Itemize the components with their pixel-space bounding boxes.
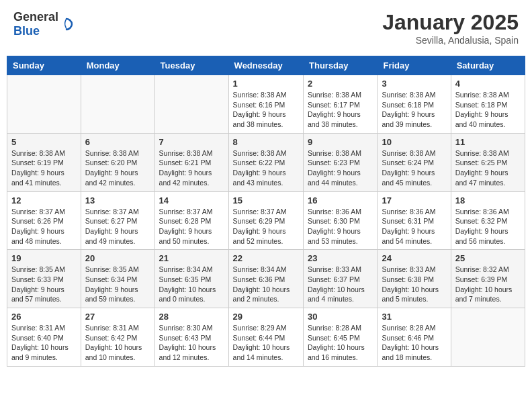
day-number: 30 bbox=[308, 312, 373, 322]
day-cell-11: 11Sunrise: 8:38 AM Sunset: 6:25 PM Dayli… bbox=[451, 133, 525, 191]
weekday-header-wednesday: Wednesday bbox=[228, 56, 303, 75]
empty-cell bbox=[154, 75, 228, 134]
logo-text: General Blue bbox=[13, 10, 58, 38]
day-cell-25: 25Sunrise: 8:32 AM Sunset: 6:39 PM Dayli… bbox=[451, 250, 525, 308]
day-cell-10: 10Sunrise: 8:38 AM Sunset: 6:24 PM Dayli… bbox=[378, 133, 451, 191]
day-info: Sunrise: 8:37 AM Sunset: 6:29 PM Dayligh… bbox=[233, 207, 299, 246]
day-number: 9 bbox=[308, 137, 373, 147]
month-title: January 2025 bbox=[382, 10, 519, 35]
day-number: 26 bbox=[11, 312, 77, 322]
day-cell-8: 8Sunrise: 8:38 AM Sunset: 6:22 PM Daylig… bbox=[228, 133, 303, 191]
day-info: Sunrise: 8:37 AM Sunset: 6:26 PM Dayligh… bbox=[11, 207, 77, 246]
day-cell-6: 6Sunrise: 8:38 AM Sunset: 6:20 PM Daylig… bbox=[81, 133, 154, 191]
day-info: Sunrise: 8:38 AM Sunset: 6:24 PM Dayligh… bbox=[382, 148, 446, 188]
day-info: Sunrise: 8:38 AM Sunset: 6:23 PM Dayligh… bbox=[308, 148, 373, 188]
empty-cell bbox=[451, 308, 525, 367]
day-cell-30: 30Sunrise: 8:28 AM Sunset: 6:45 PM Dayli… bbox=[304, 308, 378, 367]
logo-blue: Blue bbox=[13, 24, 40, 38]
logo-general: General bbox=[13, 10, 58, 24]
day-info: Sunrise: 8:31 AM Sunset: 6:40 PM Dayligh… bbox=[11, 323, 77, 363]
day-info: Sunrise: 8:31 AM Sunset: 6:42 PM Dayligh… bbox=[85, 323, 150, 363]
day-number: 7 bbox=[159, 137, 224, 147]
day-cell-31: 31Sunrise: 8:28 AM Sunset: 6:46 PM Dayli… bbox=[378, 308, 451, 367]
day-cell-1: 1Sunrise: 8:38 AM Sunset: 6:16 PM Daylig… bbox=[228, 75, 303, 134]
weekday-header-friday: Friday bbox=[378, 56, 451, 75]
week-row-2: 5Sunrise: 8:38 AM Sunset: 6:19 PM Daylig… bbox=[7, 133, 525, 191]
day-cell-24: 24Sunrise: 8:33 AM Sunset: 6:38 PM Dayli… bbox=[378, 250, 451, 308]
day-number: 13 bbox=[85, 195, 150, 205]
day-number: 25 bbox=[455, 253, 521, 263]
day-cell-21: 21Sunrise: 8:34 AM Sunset: 6:35 PM Dayli… bbox=[154, 250, 228, 308]
day-cell-20: 20Sunrise: 8:35 AM Sunset: 6:34 PM Dayli… bbox=[81, 250, 154, 308]
calendar-table: SundayMondayTuesdayWednesdayThursdayFrid… bbox=[7, 56, 525, 367]
day-number: 12 bbox=[11, 195, 77, 205]
week-row-5: 26Sunrise: 8:31 AM Sunset: 6:40 PM Dayli… bbox=[7, 308, 525, 367]
day-info: Sunrise: 8:34 AM Sunset: 6:36 PM Dayligh… bbox=[233, 265, 299, 304]
day-number: 2 bbox=[308, 79, 373, 89]
day-cell-12: 12Sunrise: 8:37 AM Sunset: 6:26 PM Dayli… bbox=[7, 191, 81, 250]
day-number: 3 bbox=[382, 79, 446, 89]
logo: General Blue bbox=[13, 10, 73, 38]
day-info: Sunrise: 8:32 AM Sunset: 6:39 PM Dayligh… bbox=[455, 265, 521, 304]
day-info: Sunrise: 8:29 AM Sunset: 6:44 PM Dayligh… bbox=[233, 323, 299, 363]
page-header: General Blue January 2025 Sevilla, Andal… bbox=[7, 7, 525, 49]
day-number: 15 bbox=[233, 195, 299, 205]
week-row-4: 19Sunrise: 8:35 AM Sunset: 6:33 PM Dayli… bbox=[7, 250, 525, 308]
day-info: Sunrise: 8:38 AM Sunset: 6:18 PM Dayligh… bbox=[382, 90, 446, 130]
weekday-header-sunday: Sunday bbox=[7, 56, 81, 75]
day-cell-15: 15Sunrise: 8:37 AM Sunset: 6:29 PM Dayli… bbox=[228, 191, 303, 250]
day-number: 22 bbox=[233, 253, 299, 263]
day-cell-27: 27Sunrise: 8:31 AM Sunset: 6:42 PM Dayli… bbox=[81, 308, 154, 367]
day-number: 23 bbox=[308, 253, 373, 263]
week-row-3: 12Sunrise: 8:37 AM Sunset: 6:26 PM Dayli… bbox=[7, 191, 525, 250]
day-number: 14 bbox=[159, 195, 224, 205]
day-info: Sunrise: 8:38 AM Sunset: 6:18 PM Dayligh… bbox=[455, 90, 521, 130]
day-number: 17 bbox=[382, 195, 446, 205]
day-cell-29: 29Sunrise: 8:29 AM Sunset: 6:44 PM Dayli… bbox=[228, 308, 303, 367]
day-info: Sunrise: 8:38 AM Sunset: 6:21 PM Dayligh… bbox=[159, 148, 224, 188]
day-info: Sunrise: 8:35 AM Sunset: 6:34 PM Dayligh… bbox=[85, 265, 150, 304]
day-number: 5 bbox=[11, 137, 77, 147]
day-cell-13: 13Sunrise: 8:37 AM Sunset: 6:27 PM Dayli… bbox=[81, 191, 154, 250]
day-info: Sunrise: 8:35 AM Sunset: 6:33 PM Dayligh… bbox=[11, 265, 77, 304]
day-cell-23: 23Sunrise: 8:33 AM Sunset: 6:37 PM Dayli… bbox=[304, 250, 378, 308]
day-cell-3: 3Sunrise: 8:38 AM Sunset: 6:18 PM Daylig… bbox=[378, 75, 451, 134]
empty-cell bbox=[7, 75, 81, 134]
weekday-header-tuesday: Tuesday bbox=[154, 56, 228, 75]
day-info: Sunrise: 8:38 AM Sunset: 6:22 PM Dayligh… bbox=[233, 148, 299, 188]
day-cell-16: 16Sunrise: 8:36 AM Sunset: 6:30 PM Dayli… bbox=[304, 191, 378, 250]
day-cell-22: 22Sunrise: 8:34 AM Sunset: 6:36 PM Dayli… bbox=[228, 250, 303, 308]
day-cell-2: 2Sunrise: 8:38 AM Sunset: 6:17 PM Daylig… bbox=[304, 75, 378, 134]
day-number: 18 bbox=[455, 195, 521, 205]
day-number: 6 bbox=[85, 137, 150, 147]
title-section: January 2025 Sevilla, Andalusia, Spain bbox=[382, 10, 519, 46]
day-info: Sunrise: 8:38 AM Sunset: 6:16 PM Dayligh… bbox=[233, 90, 299, 130]
empty-cell bbox=[81, 75, 154, 134]
location-subtitle: Sevilla, Andalusia, Spain bbox=[382, 35, 519, 46]
day-info: Sunrise: 8:37 AM Sunset: 6:27 PM Dayligh… bbox=[85, 207, 150, 246]
weekday-header-saturday: Saturday bbox=[451, 56, 525, 75]
weekday-header-thursday: Thursday bbox=[304, 56, 378, 75]
day-cell-14: 14Sunrise: 8:37 AM Sunset: 6:28 PM Dayli… bbox=[154, 191, 228, 250]
day-number: 19 bbox=[11, 253, 77, 263]
day-number: 20 bbox=[85, 253, 150, 263]
day-number: 31 bbox=[382, 312, 446, 322]
day-cell-9: 9Sunrise: 8:38 AM Sunset: 6:23 PM Daylig… bbox=[304, 133, 378, 191]
day-number: 24 bbox=[382, 253, 446, 263]
day-cell-17: 17Sunrise: 8:36 AM Sunset: 6:31 PM Dayli… bbox=[378, 191, 451, 250]
day-info: Sunrise: 8:36 AM Sunset: 6:30 PM Dayligh… bbox=[308, 207, 373, 246]
day-info: Sunrise: 8:34 AM Sunset: 6:35 PM Dayligh… bbox=[159, 265, 224, 304]
week-row-1: 1Sunrise: 8:38 AM Sunset: 6:16 PM Daylig… bbox=[7, 75, 525, 134]
day-number: 28 bbox=[159, 312, 224, 322]
day-info: Sunrise: 8:38 AM Sunset: 6:17 PM Dayligh… bbox=[308, 90, 373, 130]
day-number: 21 bbox=[159, 253, 224, 263]
day-cell-26: 26Sunrise: 8:31 AM Sunset: 6:40 PM Dayli… bbox=[7, 308, 81, 367]
day-cell-19: 19Sunrise: 8:35 AM Sunset: 6:33 PM Dayli… bbox=[7, 250, 81, 308]
day-number: 16 bbox=[308, 195, 373, 205]
day-number: 10 bbox=[382, 137, 446, 147]
day-info: Sunrise: 8:38 AM Sunset: 6:20 PM Dayligh… bbox=[85, 148, 150, 188]
day-cell-5: 5Sunrise: 8:38 AM Sunset: 6:19 PM Daylig… bbox=[7, 133, 81, 191]
weekday-header-monday: Monday bbox=[81, 56, 154, 75]
day-cell-28: 28Sunrise: 8:30 AM Sunset: 6:43 PM Dayli… bbox=[154, 308, 228, 367]
day-info: Sunrise: 8:33 AM Sunset: 6:38 PM Dayligh… bbox=[382, 265, 446, 304]
